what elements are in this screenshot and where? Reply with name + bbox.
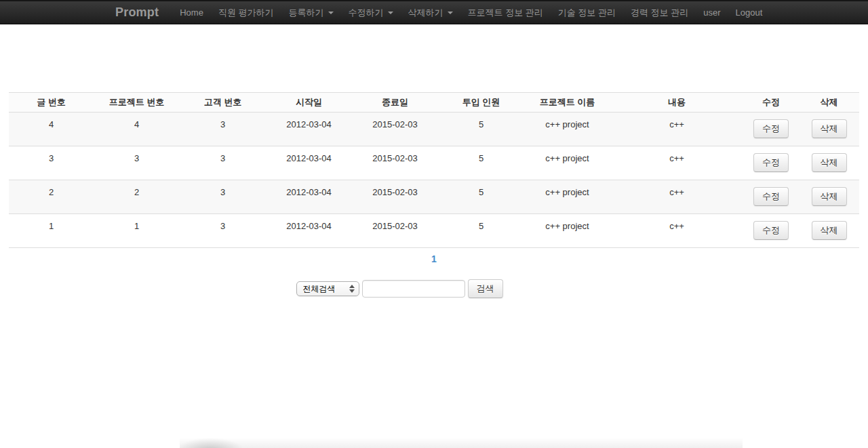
cell-start-date: 2012-03-04 bbox=[266, 146, 352, 180]
nav-item-project-info-management[interactable]: 프로젝트 정보 관리 bbox=[460, 1, 551, 24]
nav-item-label: Logout bbox=[736, 1, 763, 24]
cell-post-no: 4 bbox=[9, 113, 94, 146]
edit-button[interactable]: 수정 bbox=[753, 119, 789, 138]
cell-headcount: 5 bbox=[438, 214, 524, 248]
cell-edit: 수정 bbox=[743, 146, 799, 180]
table-row: 4 4 3 2012-03-04 2015-02-03 5 c++ projec… bbox=[9, 113, 859, 146]
cell-delete: 삭제 bbox=[799, 180, 859, 214]
column-header-project-name: 프로젝트 이름 bbox=[524, 93, 610, 113]
cell-edit: 수정 bbox=[743, 214, 799, 248]
caret-down-icon bbox=[388, 12, 393, 14]
column-header-post-no: 글 번호 bbox=[9, 93, 94, 113]
cell-project-name: c++ project bbox=[524, 113, 610, 146]
column-header-start-date: 시작일 bbox=[266, 93, 352, 113]
cell-content: c++ bbox=[610, 113, 743, 146]
delete-button[interactable]: 삭제 bbox=[812, 187, 847, 206]
page-link-1[interactable]: 1 bbox=[427, 252, 441, 266]
nav-item-register-dropdown[interactable]: 등록하기 bbox=[281, 1, 341, 24]
select-value-label: 전체검색 bbox=[303, 283, 349, 295]
cell-project-no: 1 bbox=[94, 214, 180, 248]
cell-customer-no: 3 bbox=[180, 180, 266, 214]
cell-project-no: 2 bbox=[94, 180, 180, 214]
delete-button[interactable]: 삭제 bbox=[812, 153, 847, 172]
table-row: 3 3 3 2012-03-04 2015-02-03 5 c++ projec… bbox=[9, 146, 859, 180]
cell-delete: 삭제 bbox=[799, 113, 859, 146]
cell-end-date: 2015-02-03 bbox=[352, 146, 438, 180]
column-header-end-date: 종료일 bbox=[352, 93, 438, 113]
cell-start-date: 2012-03-04 bbox=[266, 180, 352, 214]
cell-customer-no: 3 bbox=[180, 113, 266, 146]
nav-item-label: Home bbox=[180, 1, 203, 24]
nav-item-label: 프로젝트 정보 관리 bbox=[468, 1, 543, 24]
nav-item-delete-dropdown[interactable]: 삭제하기 bbox=[401, 1, 460, 24]
column-header-headcount: 투입 인원 bbox=[438, 93, 524, 113]
main-content: 글 번호 프로젝트 번호 고객 번호 시작일 종료일 투입 인원 프로젝트 이름… bbox=[0, 24, 868, 298]
column-header-edit: 수정 bbox=[743, 93, 799, 113]
cell-project-name: c++ project bbox=[524, 180, 610, 214]
nav-item-employee-evaluation[interactable]: 직원 평가하기 bbox=[211, 1, 281, 24]
bottom-shadow-smudge bbox=[180, 434, 743, 448]
cell-project-name: c++ project bbox=[524, 214, 610, 248]
nav-item-logout[interactable]: Logout bbox=[728, 1, 770, 24]
column-header-content: 내용 bbox=[610, 93, 743, 113]
table-row: 2 2 3 2012-03-04 2015-02-03 5 c++ projec… bbox=[9, 180, 859, 214]
top-navbar: Prompt Home 직원 평가하기 등록하기 수정하기 삭제하기 프로젝트 … bbox=[0, 0, 868, 24]
nav-item-label: 경력 정보 관리 bbox=[631, 1, 688, 24]
cell-customer-no: 3 bbox=[180, 146, 266, 180]
column-header-customer-no: 고객 번호 bbox=[180, 93, 266, 113]
table-row: 1 1 3 2012-03-04 2015-02-03 5 c++ projec… bbox=[9, 214, 859, 248]
navbar-container: Prompt Home 직원 평가하기 등록하기 수정하기 삭제하기 프로젝트 … bbox=[111, 1, 757, 24]
cell-customer-no: 3 bbox=[180, 214, 266, 248]
nav-item-label: 기술 정보 관리 bbox=[558, 1, 616, 24]
cell-delete: 삭제 bbox=[799, 146, 859, 180]
project-table: 글 번호 프로젝트 번호 고객 번호 시작일 종료일 투입 인원 프로젝트 이름… bbox=[9, 92, 859, 248]
cell-start-date: 2012-03-04 bbox=[266, 113, 352, 146]
select-updown-arrows-icon bbox=[349, 285, 355, 293]
cell-post-no: 1 bbox=[9, 214, 94, 248]
nav-item-career-info-management[interactable]: 경력 정보 관리 bbox=[623, 1, 696, 24]
cell-content: c++ bbox=[610, 214, 743, 248]
nav-item-label: 직원 평가하기 bbox=[218, 1, 274, 24]
cell-start-date: 2012-03-04 bbox=[266, 214, 352, 248]
edit-button[interactable]: 수정 bbox=[753, 221, 789, 240]
nav-item-modify-dropdown[interactable]: 수정하기 bbox=[341, 1, 401, 24]
caret-down-icon bbox=[328, 12, 334, 14]
cell-headcount: 5 bbox=[438, 180, 524, 214]
cell-project-no: 4 bbox=[94, 113, 180, 146]
nav-right: user Logout bbox=[696, 1, 770, 24]
nav-item-home[interactable]: Home bbox=[172, 1, 211, 24]
cell-content: c++ bbox=[610, 146, 743, 180]
edit-button[interactable]: 수정 bbox=[753, 153, 789, 172]
cell-post-no: 2 bbox=[9, 180, 94, 214]
cell-edit: 수정 bbox=[743, 180, 799, 214]
search-button[interactable]: 검색 bbox=[468, 279, 503, 298]
nav-item-user[interactable]: user bbox=[696, 1, 728, 24]
nav-item-skill-info-management[interactable]: 기술 정보 관리 bbox=[551, 1, 623, 24]
cell-delete: 삭제 bbox=[799, 214, 859, 248]
delete-button[interactable]: 삭제 bbox=[812, 221, 847, 240]
nav-item-label: user bbox=[703, 1, 720, 24]
cell-end-date: 2015-02-03 bbox=[352, 180, 438, 214]
nav-item-label: 등록하기 bbox=[289, 1, 324, 24]
delete-button[interactable]: 삭제 bbox=[812, 119, 847, 138]
nav-links: Home 직원 평가하기 등록하기 수정하기 삭제하기 프로젝트 정보 관리 기… bbox=[172, 1, 696, 24]
cell-end-date: 2015-02-03 bbox=[352, 113, 438, 146]
caret-down-icon bbox=[448, 12, 453, 14]
cell-end-date: 2015-02-03 bbox=[352, 214, 438, 248]
cell-edit: 수정 bbox=[743, 113, 799, 146]
pagination: 1 bbox=[0, 253, 868, 264]
cell-content: c++ bbox=[610, 180, 743, 214]
column-header-delete: 삭제 bbox=[799, 93, 859, 113]
cell-post-no: 3 bbox=[9, 146, 94, 180]
cell-project-no: 3 bbox=[94, 146, 180, 180]
nav-item-label: 삭제하기 bbox=[408, 1, 443, 24]
cell-headcount: 5 bbox=[438, 113, 524, 146]
search-input[interactable] bbox=[362, 280, 465, 298]
cell-headcount: 5 bbox=[438, 146, 524, 180]
search-form: 전체검색 검색 bbox=[0, 279, 833, 298]
edit-button[interactable]: 수정 bbox=[753, 187, 789, 206]
table-header-row: 글 번호 프로젝트 번호 고객 번호 시작일 종료일 투입 인원 프로젝트 이름… bbox=[9, 93, 859, 113]
search-category-select[interactable]: 전체검색 bbox=[296, 281, 359, 296]
brand-logo[interactable]: Prompt bbox=[111, 5, 163, 20]
column-header-project-no: 프로젝트 번호 bbox=[94, 93, 180, 113]
